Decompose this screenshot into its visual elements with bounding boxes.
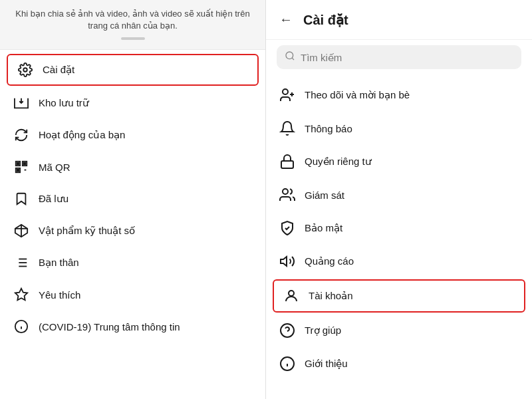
settings-item-gioi-thieu[interactable]: Giới thiệu	[266, 347, 532, 380]
svg-marker-23	[15, 289, 27, 300]
svg-point-29	[283, 89, 288, 94]
menu-item-label: Yêu thích	[39, 289, 80, 301]
add-person-icon	[279, 87, 295, 103]
settings-item-label: Thông báo	[305, 123, 352, 134]
settings-item-quyen-rieng-tu[interactable]: Quyền riêng tư	[266, 145, 532, 178]
settings-item-label: Tài khoản	[309, 290, 353, 302]
top-notice: Khi bạn chia sẻ ảnh và video, ảnh và vid…	[0, 0, 265, 50]
svg-rect-6	[17, 170, 19, 172]
settings-item-bao-mat[interactable]: Bảo mật	[266, 211, 532, 245]
settings-item-label: Bảo mật	[305, 222, 342, 234]
svg-point-0	[23, 68, 27, 72]
svg-rect-5	[24, 163, 26, 165]
menu-item-ma-qr[interactable]: Mã QR	[0, 151, 265, 183]
menu-item-label: (COVID-19) Trung tâm thông tin	[39, 321, 180, 332]
diamond-icon	[13, 223, 29, 239]
star-icon	[13, 287, 29, 303]
settings-item-label: Trợ giúp	[305, 325, 341, 336]
settings-item-label: Quyền riêng tư	[305, 156, 372, 168]
search-box[interactable]	[277, 45, 521, 69]
info-circle-icon	[13, 319, 29, 334]
menu-item-label: Hoạt động của bạn	[39, 129, 125, 141]
bell-icon	[279, 120, 295, 136]
menu-item-hoat-dong[interactable]: Hoạt động của bạn	[0, 119, 265, 151]
svg-rect-32	[281, 161, 293, 168]
bookmark-icon	[13, 191, 29, 207]
activity-icon	[13, 127, 29, 143]
menu-item-label: Mã QR	[39, 162, 70, 173]
settings-item-quang-cao[interactable]: Quảng cáo	[266, 245, 532, 278]
drag-handle	[121, 37, 145, 40]
menu-list: Cài đặt Kho lưu trữ Hoạt động của bạn Mã…	[0, 50, 265, 399]
svg-point-35	[289, 291, 294, 296]
qr-icon	[13, 159, 29, 175]
settings-item-giam-sat[interactable]: Giám sát	[266, 178, 532, 211]
svg-rect-4	[17, 163, 19, 165]
svg-point-27	[286, 52, 293, 59]
lock-icon	[279, 154, 295, 170]
supervision-icon	[279, 187, 295, 203]
menu-item-vat-pham[interactable]: Vật phẩm kỹ thuật số	[0, 215, 265, 247]
shield-icon	[279, 220, 295, 236]
right-header: ← Cài đặt	[266, 0, 532, 40]
menu-item-ban-than[interactable]: Bạn thân	[0, 247, 265, 279]
gear-icon	[17, 62, 33, 78]
svg-point-33	[283, 189, 288, 194]
search-input[interactable]	[301, 52, 513, 63]
settings-list: Theo dõi và mời bạn bè Thông báo Quyền r…	[266, 76, 532, 399]
svg-marker-34	[281, 257, 287, 266]
settings-item-thong-bao[interactable]: Thông báo	[266, 112, 532, 145]
menu-item-label: Cài đặt	[43, 64, 74, 76]
menu-item-covid[interactable]: (COVID-19) Trung tâm thông tin	[0, 311, 265, 342]
menu-item-label: Đã lưu	[39, 193, 68, 205]
right-panel: ← Cài đặt Theo dõi và mời bạn bè Thông b…	[266, 0, 532, 399]
search-icon	[285, 51, 295, 64]
menu-item-cai-dat[interactable]: Cài đặt	[7, 54, 259, 86]
help-icon	[279, 323, 295, 338]
menu-item-da-luu[interactable]: Đã lưu	[0, 183, 265, 215]
menu-item-yeu-thich[interactable]: Yêu thích	[0, 279, 265, 311]
about-icon	[279, 356, 295, 372]
friends-icon	[13, 255, 29, 271]
menu-item-label: Bạn thân	[39, 257, 79, 269]
left-panel: Khi bạn chia sẻ ảnh và video, ảnh và vid…	[0, 0, 266, 399]
megaphone-icon	[279, 253, 295, 269]
menu-item-label: Kho lưu trữ	[39, 97, 89, 109]
settings-item-theo-doi[interactable]: Theo dõi và mời bạn bè	[266, 78, 532, 112]
settings-item-label: Giới thiệu	[305, 358, 348, 370]
svg-line-28	[292, 58, 294, 60]
menu-item-label: Vật phẩm kỹ thuật số	[39, 225, 135, 237]
settings-title: Cài đặt	[303, 12, 348, 28]
settings-item-label: Theo dõi và mời bạn bè	[305, 89, 410, 101]
settings-item-label: Giám sát	[305, 190, 344, 201]
account-icon	[283, 288, 299, 304]
archive-icon	[13, 95, 29, 111]
menu-item-kho-luu-tru[interactable]: Kho lưu trữ	[0, 87, 265, 119]
settings-item-tro-giup[interactable]: Trợ giúp	[266, 314, 532, 347]
settings-item-label: Quảng cáo	[305, 255, 354, 267]
settings-item-tai-khoan[interactable]: Tài khoản	[273, 279, 525, 313]
back-button[interactable]: ←	[277, 9, 295, 30]
